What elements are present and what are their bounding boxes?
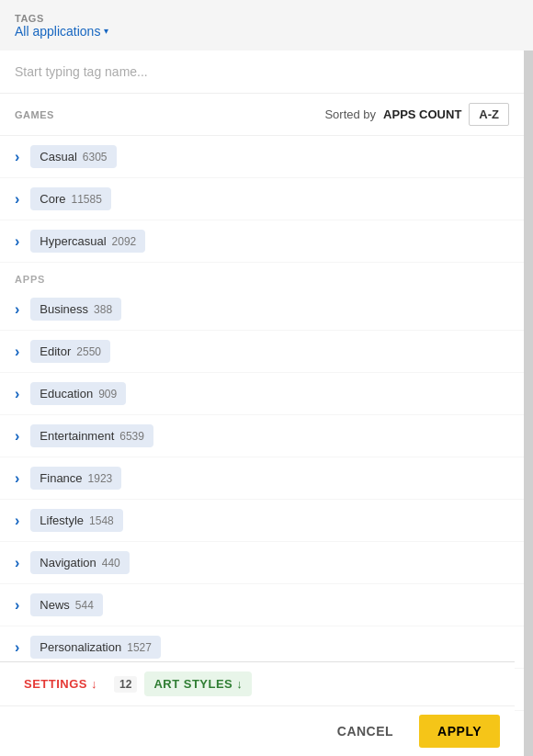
tag-name: Business (40, 302, 88, 316)
scrollbar-track (524, 51, 533, 756)
apps-section-label: APPS (0, 263, 524, 288)
list-item[interactable]: › Hypercasual 2092 (0, 220, 524, 263)
tag-chip: Editor 2550 (30, 340, 110, 363)
games-section: › Casual 6305 › Core 11585 › Hypercasual… (0, 136, 524, 263)
list-item[interactable]: › Casual 6305 (0, 136, 524, 178)
all-apps-label: All applications (15, 24, 100, 39)
list-item[interactable]: › Editor 2550 (0, 331, 524, 373)
chevron-right-icon: › (15, 233, 19, 250)
chevron-right-icon: › (15, 639, 19, 656)
tag-name: Entertainment (40, 429, 114, 443)
tag-count: 1548 (89, 514, 114, 527)
chevron-down-icon: ▾ (104, 26, 108, 36)
tag-name: Core (40, 192, 65, 206)
down-arrow-icon: ↓ (236, 677, 243, 691)
list-item[interactable]: › Lifestyle 1548 (0, 500, 524, 542)
tag-chip: Finance 1923 (30, 467, 121, 490)
down-arrow-icon: ↓ (91, 677, 97, 691)
tag-chip: Casual 6305 (30, 145, 116, 168)
tag-chip: Core 11585 (30, 187, 111, 210)
tag-count: 6539 (119, 430, 144, 443)
settings-tab-label: SETTINGS (24, 677, 87, 691)
chevron-right-icon: › (15, 301, 19, 318)
tag-count: 388 (94, 303, 112, 316)
all-apps-dropdown[interactable]: All applications ▾ (15, 24, 518, 39)
top-bar: TAGS All applications ▾ (0, 0, 533, 51)
chevron-right-icon: › (15, 149, 19, 165)
search-bar (0, 51, 524, 94)
tag-chip: Education 909 (30, 382, 126, 405)
tag-count: 1923 (88, 472, 113, 485)
tag-chip: Personalization 1527 (30, 636, 161, 659)
action-buttons: CANCEL APPLY (0, 705, 515, 756)
tag-name: Editor (40, 344, 71, 358)
tags-label: TAGS (15, 13, 518, 24)
az-sort-button[interactable]: A-Z (469, 103, 509, 126)
tag-count: 2550 (76, 345, 101, 358)
tag-count: 544 (75, 599, 94, 612)
chevron-right-icon: › (15, 344, 19, 360)
settings-tab-count: 12 (114, 676, 137, 693)
sort-header: GAMES Sorted by APPS COUNT A-Z (0, 94, 524, 136)
tag-name: News (40, 598, 70, 612)
tag-name: Hypercasual (40, 234, 106, 248)
list-item[interactable]: › Education 909 (0, 373, 524, 415)
chevron-right-icon: › (15, 555, 19, 571)
tag-name: Navigation (40, 556, 96, 570)
tag-count: 2092 (112, 235, 137, 248)
tag-chip: News 544 (30, 593, 103, 616)
tag-count: 1527 (127, 641, 152, 654)
tab-settings[interactable]: SETTINGS ↓ (15, 671, 107, 696)
list-item[interactable]: › Core 11585 (0, 178, 524, 220)
bottom-tabs: SETTINGS ↓ 12 ART STYLES ↓ (0, 661, 515, 705)
list-item[interactable]: › Finance 1923 (0, 457, 524, 500)
main-panel: GAMES Sorted by APPS COUNT A-Z › Casual … (0, 51, 524, 756)
chevron-right-icon: › (15, 470, 19, 487)
tag-count: 11585 (72, 193, 102, 206)
sorted-by-label: Sorted by (324, 107, 376, 121)
tag-chip: Entertainment 6539 (30, 424, 153, 447)
tag-name: Finance (40, 471, 82, 485)
chevron-right-icon: › (15, 386, 19, 402)
list-item[interactable]: › Navigation 440 (0, 542, 524, 584)
list-item[interactable]: › Entertainment 6539 (0, 415, 524, 457)
tab-art-styles[interactable]: ART STYLES ↓ (144, 671, 252, 696)
tag-chip: Navigation 440 (30, 551, 129, 574)
chevron-right-icon: › (15, 428, 19, 445)
tag-chip: Lifestyle 1548 (30, 509, 122, 532)
apps-count-sort-label: APPS COUNT (383, 107, 461, 121)
list-item[interactable]: › News 544 (0, 584, 524, 626)
list-item[interactable]: › Business 388 (0, 288, 524, 331)
cancel-button[interactable]: CANCEL (323, 715, 408, 748)
tag-name: Lifestyle (40, 513, 84, 527)
tag-count: 6305 (83, 151, 108, 164)
tag-count: 440 (102, 557, 120, 570)
chevron-right-icon: › (15, 513, 19, 529)
art-styles-tab-label: ART STYLES (153, 677, 232, 691)
search-input[interactable] (15, 64, 509, 79)
apply-button[interactable]: APPLY (419, 715, 500, 748)
tag-name: Casual (40, 150, 76, 164)
chevron-right-icon: › (15, 191, 19, 208)
tag-chip: Business 388 (30, 298, 121, 321)
chevron-right-icon: › (15, 597, 19, 614)
tag-count: 909 (98, 388, 117, 401)
tag-name: Education (40, 387, 93, 401)
games-section-label: GAMES (15, 109, 317, 120)
apps-section: › Business 388 › Editor 2550 › Education… (0, 288, 524, 711)
tag-chip: Hypercasual 2092 (30, 230, 145, 253)
tag-name: Personalization (40, 640, 121, 654)
